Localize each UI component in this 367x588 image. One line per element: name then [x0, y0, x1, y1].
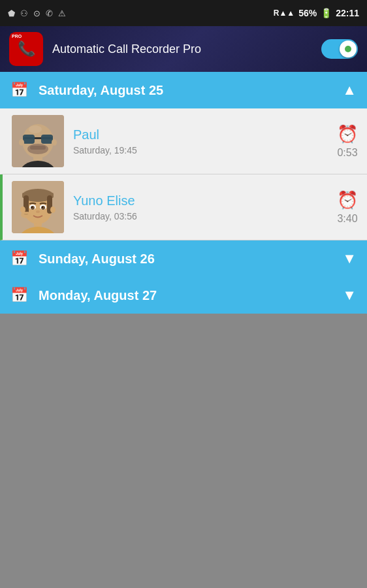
usb-icon: ⚇: [20, 8, 28, 18]
date-header-sunday[interactable]: 📅 Sunday, August 26 ▼: [0, 240, 367, 277]
paul-name: Paul: [73, 127, 328, 142]
svg-point-29: [36, 210, 40, 213]
svg-rect-11: [41, 135, 53, 144]
svg-point-14: [52, 139, 57, 146]
svg-rect-6: [30, 146, 46, 150]
status-bar: ⬟ ⚇ ⊙ ✆ ⚠ R▲▲ 56% 🔋 22:11: [0, 0, 367, 26]
app-title: Automatic Call Recorder Pro: [52, 42, 312, 56]
phone-icon: ✆: [46, 8, 53, 18]
svg-point-26: [41, 206, 45, 210]
paul-duration-wrap: ⏰ 0:53: [337, 124, 358, 159]
date-title-sunday: Sunday, August 26: [39, 252, 332, 267]
paul-time: Saturday, 19:45: [73, 145, 328, 155]
app-header: PRO 📞 Automatic Call Recorder Pro: [0, 26, 367, 72]
yuno-name: Yuno Elise: [73, 193, 328, 208]
yuno-duration: 3:40: [337, 213, 357, 225]
clock-icon-yuno: ⏰: [337, 190, 358, 210]
svg-rect-9: [23, 135, 35, 144]
logo-icon: 📞: [18, 41, 35, 57]
calendar-icon-saturday: 📅: [10, 82, 28, 99]
svg-point-13: [19, 139, 24, 146]
empty-bottom: [0, 314, 367, 588]
svg-point-27: [31, 206, 33, 208]
svg-point-4: [29, 125, 42, 133]
status-right: R▲▲ 56% 🔋 22:11: [274, 8, 359, 18]
call-item-yuno[interactable]: Yuno Elise Saturday, 03:56 ⏰ 3:40: [0, 174, 367, 240]
saturday-call-list: Paul Saturday, 19:45 ⏰ 0:53: [0, 108, 367, 240]
app-logo: PRO 📞: [9, 32, 43, 66]
time-display: 22:11: [336, 8, 359, 18]
warning-icon: ⚠: [58, 8, 66, 18]
toggle-dot: [345, 46, 351, 52]
yuno-avatar-svg: [12, 181, 64, 233]
avatar-paul: [12, 115, 64, 167]
date-title-monday: Monday, August 27: [39, 288, 332, 303]
pro-badge: PRO: [10, 33, 23, 39]
date-title-saturday: Saturday, August 25: [39, 83, 332, 98]
yuno-time: Saturday, 03:56: [73, 211, 328, 221]
date-header-monday[interactable]: 📅 Monday, August 27 ▼: [0, 277, 367, 314]
avatar-yuno: [12, 181, 64, 233]
paul-avatar-svg: [12, 115, 64, 167]
toggle-knob: [340, 41, 357, 57]
call-item-paul[interactable]: Paul Saturday, 19:45 ⏰ 0:53: [0, 108, 367, 174]
svg-point-31: [50, 206, 56, 213]
yuno-duration-wrap: ⏰ 3:40: [337, 190, 358, 225]
calendar-icon-monday: 📅: [10, 287, 28, 304]
chevron-monday: ▼: [342, 287, 357, 304]
clock-icon-paul: ⏰: [337, 124, 358, 144]
record-icon: ⊙: [33, 8, 40, 18]
chevron-sunday: ▼: [342, 250, 357, 267]
recording-toggle[interactable]: [321, 39, 358, 59]
yuno-info: Yuno Elise Saturday, 03:56: [73, 193, 328, 221]
chevron-saturday: ▲: [342, 82, 357, 99]
svg-point-28: [42, 206, 43, 208]
date-header-saturday[interactable]: 📅 Saturday, August 25 ▲: [0, 72, 367, 108]
android-icon: ⬟: [8, 8, 15, 18]
signal-icon: R▲▲: [274, 8, 295, 18]
paul-info: Paul Saturday, 19:45: [73, 127, 328, 155]
calendar-icon-sunday: 📅: [10, 250, 28, 267]
status-icons-left: ⬟ ⚇ ⊙ ✆ ⚠: [8, 8, 66, 18]
battery-icon: 🔋: [321, 8, 332, 18]
svg-rect-12: [35, 138, 41, 139]
svg-point-25: [31, 206, 35, 210]
battery-text: 56%: [298, 8, 317, 18]
paul-duration: 0:53: [337, 147, 357, 159]
